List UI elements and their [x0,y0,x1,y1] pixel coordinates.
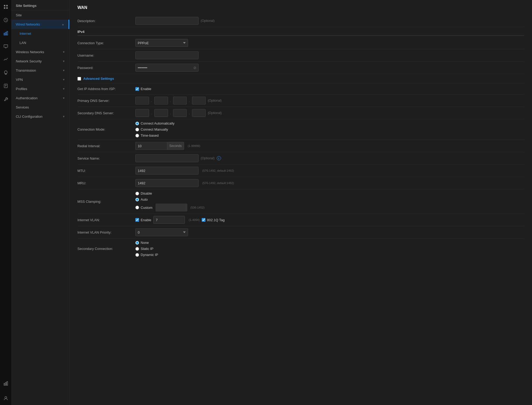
connection-mode-manual-radio[interactable] [135,128,139,131]
mru-control: (576-1492, default:1492) [135,179,524,187]
sidebar-item-vpn[interactable]: VPN ▼ [12,75,69,84]
internet-vlan-8021q-label[interactable]: 802.1Q Tag [202,218,225,222]
mru-hint: (576-1492, default:1492) [202,181,234,185]
username-label: Username: [77,53,135,57]
stats-icon[interactable] [2,55,10,64]
sidebar-item-site[interactable]: Site [12,11,69,20]
clock-icon[interactable] [2,16,10,24]
service-name-optional: (Optional) [201,156,215,160]
primary-dns-oct1[interactable] [135,97,149,105]
primary-dns-oct3[interactable] [173,97,187,105]
internet-vlan-8021q-checkbox[interactable] [202,218,205,222]
connection-mode-auto[interactable]: Connect Automatically [135,121,175,125]
mss-auto-radio[interactable] [135,198,139,201]
secondary-static[interactable]: Static IP [135,247,158,251]
internet-vlan-input[interactable] [153,216,185,224]
mss-custom-hint: (536-1452) [190,206,205,209]
advanced-settings-toggle[interactable]: Advanced Settings [77,74,524,83]
sidebar-item-network-security[interactable]: Network Security ▼ [12,57,69,66]
mss-custom-radio[interactable] [135,206,139,209]
sidebar-item-services-label: Services [16,105,29,109]
svg-rect-14 [4,383,5,385]
primary-dns-optional: (Optional) [208,99,222,102]
secondary-dns-oct3[interactable] [173,109,187,117]
sidebar-item-wired-networks[interactable]: Wired Networks ▲ [12,20,69,29]
secondary-static-radio[interactable] [135,247,139,251]
svg-rect-1 [6,5,7,6]
password-wrapper: ⊘ [135,64,199,72]
sidebar-item-services[interactable]: Services [12,103,69,112]
connection-mode-auto-radio[interactable] [135,122,139,125]
connection-type-row: Connection Type: PPPoE DHCP Static IP [77,37,524,49]
secondary-connection-control: None Static IP Dynamic IP [135,241,524,257]
internet-vlan-checkbox[interactable] [135,218,139,222]
monitor-icon[interactable] [2,42,10,51]
apps-icon[interactable] [2,3,10,11]
sidebar-item-cli[interactable]: CLI Configuration ▼ [12,112,69,121]
redial-interval-row: Redial Interval: Seconds (1-99999) [77,140,524,152]
mss-auto[interactable]: Auto [135,197,205,201]
device-icon[interactable] [2,82,10,90]
secondary-dns-label: Secondary DNS Server: [77,111,135,115]
connection-mode-time-radio[interactable] [135,134,139,137]
get-ip-control: Enable [135,87,524,91]
secondary-dns-oct1[interactable] [135,109,149,117]
primary-dns-row: Primary DNS Server: . . . (Optional) [77,95,524,107]
primary-dns-oct2[interactable] [154,97,168,105]
secondary-connection-label: Secondary Connection: [77,247,135,251]
secondary-none[interactable]: None [135,241,158,245]
sidebar-item-profiles[interactable]: Profiles ▼ [12,84,69,93]
primary-dns-oct4[interactable] [192,97,206,105]
redial-interval-label: Redial Interval: [77,144,135,148]
sidebar-item-internet[interactable]: Internet [12,29,69,38]
vlan-priority-label: Internet VLAN Priority: [77,230,135,234]
user-icon[interactable] [2,394,10,402]
vlan-priority-select[interactable]: 0 1 2 3 4 5 6 7 [135,228,188,236]
chart-icon[interactable] [2,29,10,37]
secondary-dns-oct2[interactable] [154,109,168,117]
page-title: WAN [77,5,524,10]
service-name-input[interactable] [135,154,199,162]
secondary-dns-oct4[interactable] [192,109,206,117]
description-control: (Optional) [135,17,524,25]
sidebar-item-lan[interactable]: LAN [12,38,69,47]
mss-disable[interactable]: Disable [135,191,205,195]
mss-custom[interactable]: Custom (536-1452) [135,204,205,211]
password-input[interactable] [135,64,199,72]
get-ip-checkbox[interactable] [135,87,139,91]
secondary-dynamic[interactable]: Dynamic IP [135,253,158,257]
sidebar-item-transmission[interactable]: Transmission ▼ [12,66,69,75]
redial-interval-control: Seconds (1-99999) [135,142,524,150]
service-name-info-icon[interactable]: i [217,156,221,160]
redial-interval-input[interactable] [135,142,167,150]
mtu-input[interactable] [135,167,199,175]
service-name-control: (Optional) i [135,154,524,162]
sidebar-item-wireless-networks[interactable]: Wireless Networks ▼ [12,47,69,57]
connection-mode-time[interactable]: Time-based [135,134,175,137]
toggle-password-icon[interactable]: ⊘ [193,66,196,70]
svg-rect-16 [7,382,8,385]
sidebar-item-cli-label: CLI Configuration [16,115,42,118]
description-optional: (Optional) [201,19,215,23]
svg-rect-10 [4,84,7,88]
description-input[interactable] [135,17,199,25]
username-row: Username: [77,49,524,62]
mss-disable-radio[interactable] [135,192,139,195]
connection-type-select[interactable]: PPPoE DHCP Static IP [135,39,188,47]
bar-chart-bottom-icon[interactable] [2,381,10,389]
mss-custom-input[interactable] [156,204,187,211]
username-input[interactable] [135,51,199,59]
mru-input[interactable] [135,179,199,187]
get-ip-checkbox-label[interactable]: Enable [135,87,151,91]
secondary-dynamic-radio[interactable] [135,253,139,257]
secondary-none-radio[interactable] [135,241,139,245]
mtu-row: MTU: (576-1492, default:1492) [77,165,524,177]
chevron-down-profiles-icon: ▼ [62,87,65,90]
advanced-settings-checkbox[interactable] [77,77,81,81]
wrench-icon[interactable] [2,95,10,103]
lightbulb-icon[interactable] [2,68,10,77]
sidebar-item-authentication[interactable]: Authentication ▼ [12,93,69,103]
mtu-control: (576-1492, default:1492) [135,167,524,175]
connection-mode-manual[interactable]: Connect Manually [135,127,175,131]
internet-vlan-enable-label[interactable]: Enable [135,218,151,222]
